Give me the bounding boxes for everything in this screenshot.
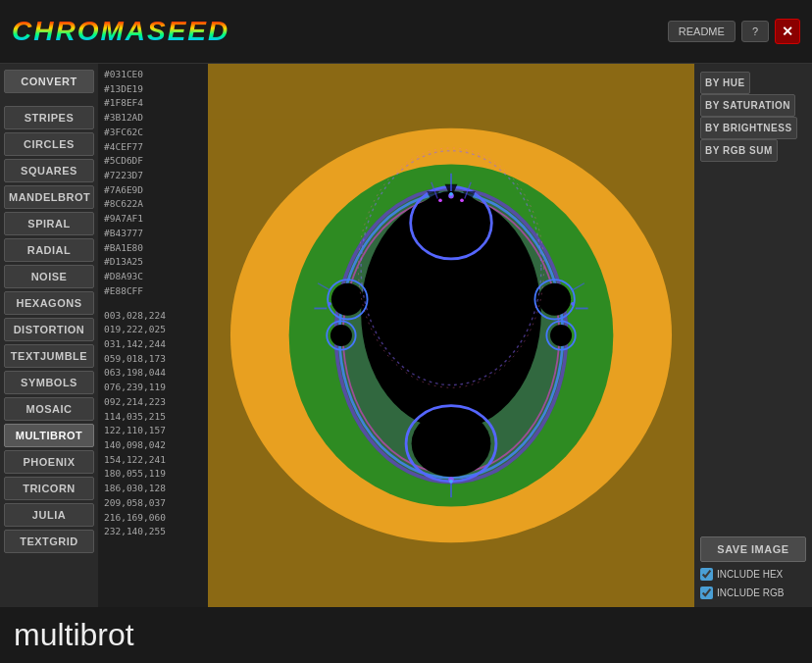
sidebar-btn-hexagons[interactable]: HEXAGONS: [4, 291, 94, 315]
hex-color-item: #3FC62C: [104, 126, 202, 140]
rgb-color-item: 076,239,119: [104, 381, 202, 395]
svg-point-15: [330, 325, 352, 346]
sidebar-btn-julia[interactable]: JULIA: [4, 503, 94, 527]
sort-buttons-group: BY HUEBY SATURATIONBY BRIGHTNESSBY RGB S…: [700, 72, 806, 162]
center-panel: #031CE0#13DE19#1F8EF4#3B12AD#3FC62C#4CEF…: [98, 64, 694, 607]
include-hex-label: INCLUDE HEX: [717, 569, 783, 580]
hex-color-item: #5CD6DF: [104, 154, 202, 169]
include-rgb-label: INCLUDE RGB: [717, 587, 784, 598]
rgb-color-item: 031,142,244: [104, 337, 202, 352]
hex-color-item: #BA1E80: [104, 241, 202, 256]
svg-point-17: [538, 283, 571, 316]
save-image-button[interactable]: SAVE IMAGE: [700, 536, 806, 562]
sort-btn-by-brightness[interactable]: BY BRIGHTNESS: [700, 117, 797, 139]
svg-point-40: [449, 480, 453, 484]
svg-point-19: [550, 325, 572, 346]
hex-color-item: #13DE19: [104, 82, 202, 97]
hex-color-item: #1F8EF4: [104, 96, 202, 111]
hex-color-item: #B43777: [104, 227, 202, 241]
sidebar-btn-textjumble[interactable]: TEXTJUMBLE: [4, 344, 94, 368]
include-rgb-row: INCLUDE RGB: [700, 586, 806, 599]
rgb-color-item: 180,055,119: [104, 467, 202, 482]
sidebar-btn-mandelbrot[interactable]: MANDELBROT: [4, 185, 94, 209]
sidebar-btn-spiral[interactable]: SPIRAL: [4, 212, 94, 235]
sort-btn-by-saturation[interactable]: BY SATURATION: [700, 94, 795, 117]
mandelbrot-visualization: [208, 64, 694, 607]
include-rgb-checkbox[interactable]: [700, 586, 713, 599]
sidebar-btn-symbols[interactable]: SYMBOLS: [4, 371, 94, 394]
image-panel: [208, 64, 694, 607]
rgb-color-item: 019,222,025: [104, 323, 202, 337]
hex-color-item: #D8A93C: [104, 270, 202, 284]
hex-color-item: #3B12AD: [104, 111, 202, 126]
include-hex-checkbox[interactable]: [700, 568, 713, 581]
svg-point-36: [460, 198, 464, 202]
rgb-color-item: 092,214,223: [104, 395, 202, 410]
app: CHROMASEED README ? ✕ CONVERTSTRIPESCIRC…: [0, 0, 812, 663]
readme-button[interactable]: README: [668, 21, 736, 42]
hex-color-item: #4CEF77: [104, 140, 202, 155]
sidebar-btn-squares[interactable]: SQUARES: [4, 159, 94, 182]
sidebar-btn-distortion[interactable]: DISTORTION: [4, 318, 94, 341]
main-area: CONVERTSTRIPESCIRCLESSQUARESMANDELBROTSP…: [0, 64, 812, 607]
rgb-color-item: 003,028,224: [104, 309, 202, 324]
hex-color-item: #7223D7: [104, 169, 202, 183]
hex-color-list: #031CE0#13DE19#1F8EF4#3B12AD#3FC62C#4CEF…: [104, 68, 202, 299]
logo: CHROMASEED: [12, 16, 229, 47]
include-hex-row: INCLUDE HEX: [700, 568, 806, 581]
sidebar-btn-textgrid[interactable]: TEXTGRID: [4, 530, 94, 553]
hex-color-item: #E88CFF: [104, 284, 202, 299]
sidebar-btn-phoenix[interactable]: PHOENIX: [4, 450, 94, 474]
svg-point-11: [412, 410, 491, 477]
sidebar: CONVERTSTRIPESCIRCLESSQUARESMANDELBROTSP…: [0, 64, 98, 607]
rgb-color-item: 232,140,255: [104, 525, 202, 539]
bottom-title: multibrot: [0, 607, 812, 663]
rgb-color-list: 003,028,224019,222,025031,142,244059,018…: [104, 309, 202, 540]
right-sidebar: BY HUEBY SATURATIONBY BRIGHTNESSBY RGB S…: [694, 64, 812, 607]
hex-color-item: #7A6E9D: [104, 183, 202, 198]
sidebar-btn-stripes[interactable]: STRIPES: [4, 106, 94, 129]
svg-point-9: [415, 191, 486, 254]
hex-color-item: #D13A25: [104, 255, 202, 270]
topbar: CHROMASEED README ? ✕: [0, 0, 812, 64]
sort-btn-by-hue[interactable]: BY HUE: [700, 72, 750, 94]
sidebar-btn-convert[interactable]: CONVERT: [4, 70, 94, 93]
sidebar-btn-noise[interactable]: NOISE: [4, 265, 94, 288]
svg-point-35: [438, 198, 442, 202]
hex-color-item: #9A7AF1: [104, 212, 202, 227]
help-button[interactable]: ?: [741, 21, 769, 42]
app-title: CHROMASEED: [12, 16, 229, 47]
svg-point-13: [331, 283, 364, 316]
hex-color-item: #8C622A: [104, 197, 202, 212]
sidebar-btn-multibrot[interactable]: MULTIBROT: [4, 424, 94, 447]
close-button[interactable]: ✕: [775, 19, 800, 44]
topbar-right: README ? ✕: [668, 19, 800, 44]
color-lists: #031CE0#13DE19#1F8EF4#3B12AD#3FC62C#4CEF…: [98, 64, 208, 607]
rgb-color-item: 140,098,042: [104, 438, 202, 453]
svg-point-37: [328, 302, 331, 306]
rgb-color-item: 186,030,128: [104, 482, 202, 496]
svg-point-34: [449, 192, 453, 196]
rgb-color-item: 209,058,037: [104, 496, 202, 511]
rgb-color-item: 154,122,241: [104, 453, 202, 468]
rgb-color-item: 114,035,215: [104, 410, 202, 425]
sidebar-btn-mosaic[interactable]: MOSAIC: [4, 397, 94, 421]
rgb-color-item: 122,110,157: [104, 424, 202, 438]
sidebar-btn-radial[interactable]: RADIAL: [4, 238, 94, 262]
hex-color-item: #031CE0: [104, 68, 202, 82]
sidebar-btn-tricorn[interactable]: TRICORN: [4, 477, 94, 500]
sort-btn-by-rgb-sum[interactable]: BY RGB SUM: [700, 139, 778, 162]
sidebar-btn-circles[interactable]: CIRCLES: [4, 132, 94, 156]
rgb-color-item: 059,018,173: [104, 352, 202, 367]
svg-point-38: [571, 302, 575, 306]
rgb-color-item: 063,198,044: [104, 366, 202, 381]
rgb-color-item: 216,169,060: [104, 511, 202, 526]
